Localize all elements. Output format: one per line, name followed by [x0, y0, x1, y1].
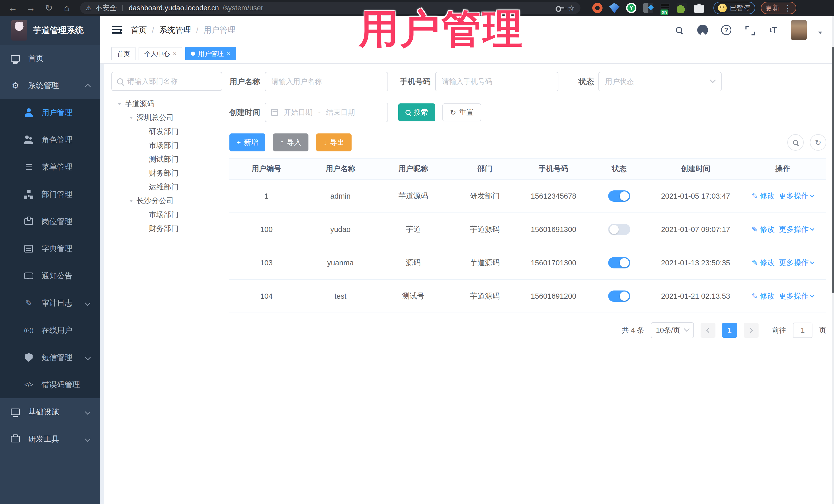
sidebar-item-notice[interactable]: 通知公告 [0, 262, 100, 289]
more-actions-link[interactable]: 更多操作 [779, 191, 814, 201]
add-user-button[interactable]: + 新增 [229, 133, 265, 151]
edit-link[interactable]: ✎修改 [752, 191, 775, 201]
breadcrumb-system[interactable]: 系统管理 [159, 25, 191, 36]
avatar-caret-icon[interactable] [818, 31, 822, 36]
forward-icon[interactable]: → [23, 2, 39, 14]
more-actions-link[interactable]: 更多操作 [779, 291, 814, 301]
font-size-icon[interactable]: tT [767, 24, 780, 36]
browser-update-chip[interactable]: 更新 ⋮ [761, 2, 796, 14]
help-icon[interactable]: ? [720, 24, 732, 36]
status-select[interactable]: 用户状态 [598, 72, 722, 91]
page-size-select[interactable]: 10条/页 [651, 322, 694, 338]
import-button[interactable]: ↑ 导入 [273, 133, 308, 151]
extension-gem-icon[interactable] [609, 3, 619, 13]
tab-home[interactable]: 首页 [111, 47, 135, 60]
edit-link[interactable]: ✎修改 [752, 291, 775, 301]
tree-node[interactable]: 运维部门 [111, 180, 225, 194]
sidebar-item-roles[interactable]: 角色管理 [0, 126, 100, 153]
tree-node[interactable]: 深圳总公司 [111, 111, 225, 125]
col-status: 状态 [586, 158, 652, 179]
prev-page-button[interactable] [701, 323, 716, 338]
status-toggle[interactable] [608, 257, 630, 268]
sidebar-item-infrastructure[interactable]: 基础设施 [0, 398, 100, 425]
sidebar-collapse-icon[interactable] [112, 26, 122, 35]
extension-switch-icon[interactable]: on [660, 3, 670, 13]
address-bar[interactable]: ⚠ 不安全 dashboard.yudao.iocoder.cn/system/… [80, 2, 580, 14]
tree-node[interactable]: 财务部门 [111, 222, 225, 236]
sidebar-item-menus[interactable]: ☰ 菜单管理 [0, 153, 100, 181]
refresh-icon: ↻ [450, 108, 456, 117]
insecure-warning-icon[interactable]: ⚠ [86, 4, 92, 12]
status-toggle[interactable] [608, 191, 630, 202]
app-logo[interactable]: 芋道管理系统 [0, 16, 100, 45]
refresh-table-button[interactable]: ↻ [810, 134, 826, 151]
caret-down-icon[interactable] [129, 200, 133, 204]
username-input[interactable] [265, 72, 388, 91]
sidebar-item-dev-tools[interactable]: 研发工具 [0, 425, 100, 453]
edit-link[interactable]: ✎修改 [752, 224, 775, 235]
toggle-search-button[interactable] [787, 134, 804, 151]
sidebar-item-dict[interactable]: 字典管理 [0, 235, 100, 262]
sidebar-item-home[interactable]: 首页 [0, 45, 100, 72]
department-search-input[interactable]: 请输入部门名称 [111, 72, 222, 91]
extensions-puzzle-icon[interactable] [694, 3, 704, 13]
browser-profile-chip[interactable]: 已暂停 [714, 2, 755, 14]
speech-bubble-icon [24, 271, 34, 281]
more-actions-link[interactable]: 更多操作 [779, 224, 814, 235]
status-toggle[interactable] [608, 224, 630, 235]
fullscreen-icon[interactable] [744, 24, 756, 36]
tree-node[interactable]: 芋道源码 [111, 97, 225, 111]
close-icon[interactable]: × [173, 50, 177, 57]
bookmark-star-icon[interactable]: ☆ [568, 4, 575, 13]
tab-profile[interactable]: 个人中心 × [138, 47, 182, 60]
back-icon[interactable]: ← [5, 2, 21, 14]
sidebar-item-error-codes[interactable]: </> 错误码管理 [0, 371, 100, 398]
update-label[interactable]: 更新 [766, 3, 780, 13]
close-icon[interactable]: × [227, 50, 231, 57]
export-button[interactable]: ↓ 导出 [316, 133, 352, 151]
status-toggle[interactable] [608, 290, 630, 302]
sidebar-item-users[interactable]: 用户管理 [0, 99, 100, 126]
tree-node[interactable]: 长沙分公司 [111, 194, 225, 208]
tree-node[interactable]: 市场部门 [111, 208, 225, 222]
scrollbar-thumb[interactable] [832, 47, 834, 293]
caret-down-icon[interactable] [117, 103, 121, 107]
sidebar-item-system[interactable]: ⚙ 系统管理 [0, 72, 100, 99]
date-start-placeholder: 开始日期 [284, 108, 312, 117]
sidebar-item-departments[interactable]: 部门管理 [0, 181, 100, 208]
password-key-icon[interactable] [555, 6, 564, 10]
search-button[interactable]: 搜索 [398, 104, 435, 122]
home-icon[interactable]: ⌂ [59, 2, 75, 14]
reset-button[interactable]: ↻ 重置 [442, 104, 481, 122]
date-range-picker[interactable]: 开始日期 - 结束日期 [265, 103, 388, 122]
github-icon[interactable] [697, 24, 709, 36]
extension-green-icon[interactable]: Y [626, 3, 636, 13]
page-number-1[interactable]: 1 [722, 323, 737, 338]
extension-grid-icon[interactable] [643, 3, 653, 13]
sidebar-item-online-users[interactable]: ((·)) 在线用户 [0, 317, 100, 344]
edit-link[interactable]: ✎修改 [752, 258, 775, 268]
tree-node[interactable]: 测试部门 [111, 152, 225, 166]
browser-menu-kebab-icon[interactable]: ⋮ [784, 4, 792, 13]
user-avatar[interactable] [791, 20, 807, 40]
goto-page-input[interactable] [793, 323, 812, 338]
tab-user-management[interactable]: 用户管理 × [185, 47, 236, 60]
caret-down-icon[interactable] [129, 117, 133, 121]
next-page-button[interactable] [744, 323, 759, 338]
breadcrumb-home[interactable]: 首页 [131, 25, 147, 36]
sidebar-item-sms[interactable]: 短信管理 [0, 344, 100, 371]
sidebar-menu: 首页 ⚙ 系统管理 用户管理 角色管理 ☰ 菜单管理 部门管理 [0, 45, 100, 504]
mobile-input[interactable] [435, 72, 558, 91]
sidebar-item-posts[interactable]: 岗位管理 [0, 208, 100, 235]
sidebar-item-audit-log[interactable]: ✎ 审计日志 [0, 289, 100, 317]
tree-node[interactable]: 市场部门 [111, 138, 225, 152]
search-icon[interactable] [673, 24, 685, 36]
tree-node[interactable]: 研发部门 [111, 125, 225, 138]
more-actions-link[interactable]: 更多操作 [779, 258, 814, 268]
tree-node[interactable]: 财务部门 [111, 166, 225, 180]
reload-icon[interactable]: ↻ [41, 2, 57, 14]
page-scrollbar[interactable] [832, 16, 834, 504]
security-label[interactable]: 不安全 [95, 3, 117, 13]
extension-orange-icon[interactable] [592, 3, 602, 13]
extension-plant-icon[interactable] [677, 3, 687, 13]
